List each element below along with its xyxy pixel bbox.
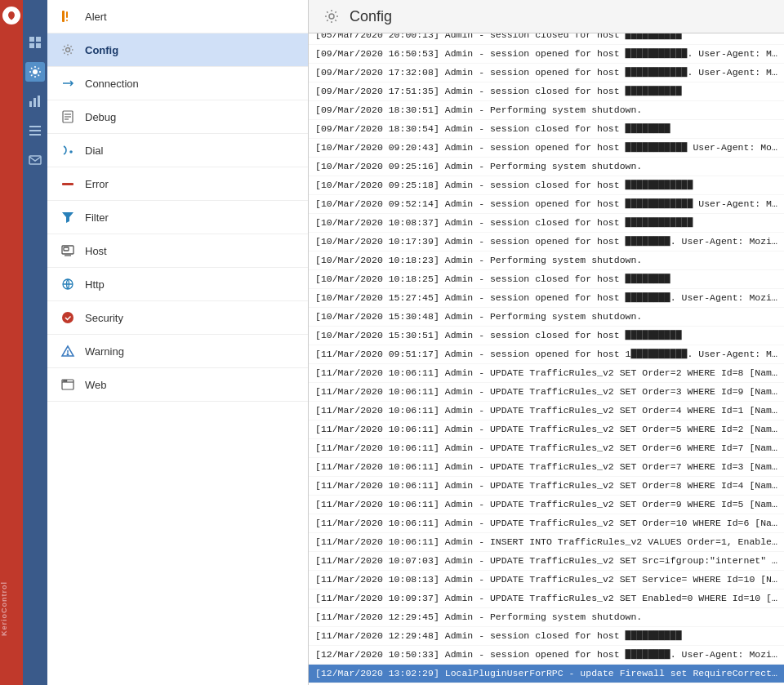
log-line[interactable]: [09/Mar/2020 16:50:53] Admin - session o… <box>309 45 784 64</box>
svg-rect-11 <box>29 156 41 164</box>
warning-icon <box>59 342 77 360</box>
svg-point-20 <box>70 151 72 153</box>
web-label: Web <box>85 379 107 391</box>
sidebar-item-config[interactable]: Config <box>47 33 308 67</box>
config-label: Config <box>85 44 118 56</box>
log-line[interactable]: [11/Mar/2020 12:29:48] Admin - session c… <box>309 627 784 646</box>
dashboard-icon-btn[interactable] <box>25 33 45 52</box>
sidebar-item-debug[interactable]: Debug <box>47 100 308 134</box>
svg-point-26 <box>62 312 74 323</box>
page-title: Config <box>350 8 392 25</box>
svg-rect-2 <box>29 43 34 48</box>
log-line[interactable]: [10/Mar/2020 10:17:39] Admin - session o… <box>309 233 784 251</box>
error-label: Error <box>85 178 109 190</box>
svg-rect-21 <box>62 183 74 185</box>
dial-icon <box>59 141 77 159</box>
log-line[interactable]: [11/Mar/2020 10:06:11] Admin - UPDATE Tr… <box>309 514 784 533</box>
log-line[interactable]: [10/Mar/2020 10:08:37] Admin - session c… <box>309 214 784 233</box>
svg-point-15 <box>66 48 70 52</box>
sidebar-item-error[interactable]: Error <box>47 167 308 201</box>
log-line[interactable]: [12/Mar/2020 13:02:29] LocalPluginUserFo… <box>309 665 784 683</box>
error-icon <box>59 175 77 193</box>
log-line[interactable]: [11/Mar/2020 10:08:13] Admin - UPDATE Tr… <box>309 571 784 589</box>
log-line[interactable]: [09/Mar/2020 18:30:54] Admin - session c… <box>309 120 784 139</box>
log-line[interactable]: [10/Mar/2020 09:25:16] Admin - Performin… <box>309 158 784 176</box>
log-line[interactable]: [11/Mar/2020 09:51:17] Admin - session o… <box>309 345 784 364</box>
alert-icon <box>59 7 77 25</box>
svg-rect-7 <box>38 96 40 107</box>
log-line[interactable]: [05/Mar/2020 20:00:13] Admin - session c… <box>309 33 784 45</box>
svg-rect-0 <box>29 37 34 42</box>
svg-rect-8 <box>29 126 41 127</box>
http-icon <box>59 275 77 293</box>
log-line[interactable]: [11/Mar/2020 10:06:11] Admin - UPDATE Tr… <box>309 496 784 514</box>
sidebar-item-web[interactable]: Web <box>47 368 308 402</box>
log-line[interactable]: [10/Mar/2020 09:25:18] Admin - session c… <box>309 176 784 195</box>
security-icon <box>59 309 77 327</box>
web-icon <box>59 376 77 394</box>
stats-icon-btn[interactable] <box>25 91 45 111</box>
sidebar-item-dial[interactable]: Dial <box>47 134 308 167</box>
http-label: Http <box>85 278 105 291</box>
brand-logo <box>2 7 20 24</box>
filter-label: Filter <box>85 211 109 224</box>
connection-label: Connection <box>85 78 139 90</box>
mail-icon-btn[interactable] <box>25 150 45 170</box>
filter-icon <box>59 208 77 226</box>
brand-bar: KerioControl <box>0 0 23 685</box>
security-label: Security <box>85 312 123 324</box>
svg-rect-1 <box>36 37 41 42</box>
settings-icon-btn[interactable] <box>25 62 45 82</box>
sidebar-item-alert[interactable]: Alert <box>47 0 308 33</box>
log-line[interactable]: [11/Mar/2020 10:06:11] Admin - UPDATE Tr… <box>309 420 784 439</box>
log-line[interactable]: [11/Mar/2020 10:06:11] Admin - UPDATE Tr… <box>309 458 784 477</box>
sidebar-item-filter[interactable]: Filter <box>47 201 308 234</box>
kerio-control-label: KerioControl <box>0 581 23 636</box>
log-line[interactable]: [11/Mar/2020 10:06:11] Admin - UPDATE Tr… <box>309 364 784 383</box>
log-line[interactable]: [10/Mar/2020 09:20:43] Admin - session o… <box>309 139 784 158</box>
sidebar-item-connection[interactable]: Connection <box>47 67 308 100</box>
svg-point-32 <box>65 380 67 382</box>
svg-rect-6 <box>33 98 36 107</box>
log-line[interactable]: [09/Mar/2020 17:51:35] Admin - session c… <box>309 82 784 101</box>
log-line[interactable]: [11/Mar/2020 10:07:03] Admin - UPDATE Tr… <box>309 552 784 571</box>
sidebar-item-host[interactable]: Host <box>47 234 308 268</box>
svg-rect-10 <box>29 134 41 136</box>
host-icon <box>59 242 77 260</box>
svg-point-28 <box>67 354 68 354</box>
log-line[interactable]: [11/Mar/2020 10:06:11] Admin - UPDATE Tr… <box>309 383 784 402</box>
dial-label: Dial <box>85 145 103 157</box>
log-area[interactable]: [05/Mar/2020 19:23:18] Admin - UPDATE Co… <box>309 33 784 685</box>
svg-rect-5 <box>29 101 32 107</box>
config-icon <box>59 41 77 59</box>
title-bar: Config <box>309 0 784 33</box>
log-line[interactable]: [11/Mar/2020 10:06:11] Admin - INSERT IN… <box>309 533 784 552</box>
svg-rect-23 <box>64 247 69 251</box>
sidebar-item-warning[interactable]: Warning <box>47 335 308 368</box>
log-line[interactable]: [09/Mar/2020 18:30:51] Admin - Performin… <box>309 101 784 120</box>
nav-sidebar: AlertConfigConnectionDebugDialErrorFilte… <box>47 0 309 685</box>
log-line[interactable]: [11/Mar/2020 12:29:45] Admin - Performin… <box>309 608 784 627</box>
log-line[interactable]: [11/Mar/2020 10:06:11] Admin - UPDATE Tr… <box>309 402 784 420</box>
sidebar-item-security[interactable]: Security <box>47 301 308 335</box>
log-line[interactable]: [09/Mar/2020 17:32:08] Admin - session o… <box>309 64 784 82</box>
svg-rect-14 <box>62 11 65 22</box>
log-line[interactable]: [10/Mar/2020 15:27:45] Admin - session o… <box>309 289 784 308</box>
log-line[interactable]: [10/Mar/2020 10:18:23] Admin - Performin… <box>309 251 784 270</box>
log-line[interactable]: [11/Mar/2020 10:06:11] Admin - UPDATE Tr… <box>309 477 784 496</box>
svg-point-33 <box>329 14 334 19</box>
svg-rect-9 <box>29 130 41 131</box>
list-icon-btn[interactable] <box>25 121 45 140</box>
log-line[interactable]: [10/Mar/2020 15:30:51] Admin - session c… <box>309 327 784 345</box>
log-line[interactable]: [11/Mar/2020 10:09:37] Admin - UPDATE Tr… <box>309 589 784 608</box>
log-line[interactable]: [10/Mar/2020 10:18:25] Admin - session c… <box>309 270 784 289</box>
svg-rect-3 <box>36 43 41 48</box>
sidebar-item-http[interactable]: Http <box>47 268 308 301</box>
log-line[interactable]: [10/Mar/2020 09:52:14] Admin - session o… <box>309 195 784 214</box>
log-line[interactable]: [12/Mar/2020 10:50:33] Admin - session o… <box>309 646 784 665</box>
svg-point-4 <box>33 69 38 74</box>
debug-icon <box>59 108 77 126</box>
log-line[interactable]: [10/Mar/2020 15:30:48] Admin - Performin… <box>309 308 784 327</box>
log-line[interactable]: [11/Mar/2020 10:06:11] Admin - UPDATE Tr… <box>309 439 784 458</box>
connection-icon <box>59 74 77 92</box>
